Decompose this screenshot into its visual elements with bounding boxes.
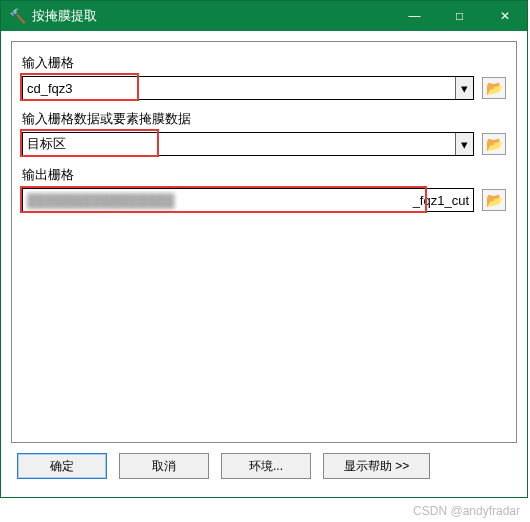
output-path-blurred: ████████████████ <box>27 193 413 208</box>
output-raster-label: 输出栅格 <box>22 166 506 184</box>
field-output-raster: 输出栅格 ████████████████ _fqz1_cut 📂 <box>22 166 506 212</box>
chevron-down-icon[interactable]: ▾ <box>455 133 473 155</box>
close-button[interactable]: ✕ <box>482 1 527 31</box>
input-raster-value: cd_fqz3 <box>27 81 73 96</box>
folder-icon: 📂 <box>486 80 503 96</box>
content-area: 输入栅格 cd_fqz3 ▾ 📂 输入栅格数据或要素掩膜数据 <box>1 31 527 497</box>
browse-input-raster-button[interactable]: 📂 <box>482 77 506 99</box>
ok-button[interactable]: 确定 <box>17 453 107 479</box>
browse-mask-data-button[interactable]: 📂 <box>482 133 506 155</box>
watermark: CSDN @andyfradar <box>413 504 520 518</box>
show-help-button[interactable]: 显示帮助 >> <box>323 453 430 479</box>
form-area: 输入栅格 cd_fqz3 ▾ 📂 输入栅格数据或要素掩膜数据 <box>11 41 517 443</box>
folder-icon: 📂 <box>486 192 503 208</box>
cancel-button[interactable]: 取消 <box>119 453 209 479</box>
environments-button[interactable]: 环境... <box>221 453 311 479</box>
field-mask-data: 输入栅格数据或要素掩膜数据 目标区 ▾ 📂 <box>22 110 506 156</box>
window-title: 按掩膜提取 <box>32 7 392 25</box>
output-raster-input[interactable]: ████████████████ _fqz1_cut <box>22 188 474 212</box>
chevron-down-icon[interactable]: ▾ <box>455 77 473 99</box>
hammer-icon: 🔨 <box>9 8 26 24</box>
input-raster-label: 输入栅格 <box>22 54 506 72</box>
minimize-button[interactable]: — <box>392 1 437 31</box>
dialog-window: 🔨 按掩膜提取 — □ ✕ 输入栅格 cd_fqz3 ▾ <box>0 0 528 498</box>
maximize-button[interactable]: □ <box>437 1 482 31</box>
output-raster-suffix: _fqz1_cut <box>413 193 473 208</box>
titlebar-buttons: — □ ✕ <box>392 1 527 31</box>
field-input-raster: 输入栅格 cd_fqz3 ▾ 📂 <box>22 54 506 100</box>
mask-data-value: 目标区 <box>27 135 66 153</box>
input-raster-combo[interactable]: cd_fqz3 ▾ <box>22 76 474 100</box>
button-row: 确定 取消 环境... 显示帮助 >> <box>11 443 517 487</box>
browse-output-raster-button[interactable]: 📂 <box>482 189 506 211</box>
mask-data-label: 输入栅格数据或要素掩膜数据 <box>22 110 506 128</box>
mask-data-combo[interactable]: 目标区 ▾ <box>22 132 474 156</box>
titlebar: 🔨 按掩膜提取 — □ ✕ <box>1 1 527 31</box>
folder-icon: 📂 <box>486 136 503 152</box>
